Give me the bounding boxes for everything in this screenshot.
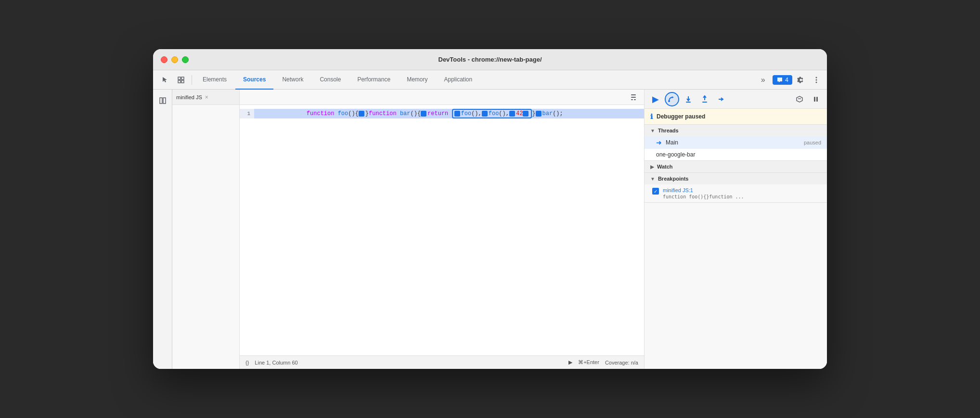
- statusbar-right: ▶ ⌘+Enter Coverage: n/a: [568, 359, 638, 366]
- tabs-right: » 4: [755, 72, 823, 88]
- breakpoint-code: function foo(){}function ...: [663, 194, 744, 199]
- breakpoint-file: minified JS:1: [663, 187, 744, 193]
- svg-rect-18: [816, 97, 818, 102]
- resume-btn[interactable]: ▶: [648, 92, 663, 106]
- breakpoints-header[interactable]: ▼ Breakpoints: [645, 173, 827, 184]
- inspect-icon[interactable]: [173, 72, 189, 88]
- debugger-toolbar: ▶: [645, 90, 827, 109]
- devtools-window: DevTools - chrome://new-tab-page/ Ele: [153, 49, 827, 369]
- close-button[interactable]: [161, 56, 168, 63]
- svg-rect-0: [178, 77, 181, 79]
- threads-section: ▼ Threads ➜ Main paused one-google-bar: [645, 125, 827, 161]
- breakpoints-triangle: ▼: [650, 176, 655, 182]
- info-icon: ℹ: [650, 113, 653, 120]
- svg-rect-9: [631, 99, 633, 100]
- svg-rect-2: [178, 80, 181, 83]
- tab-divider-1: [192, 75, 192, 85]
- breakpoints-label: Breakpoints: [658, 176, 689, 182]
- run-icon[interactable]: ▶: [568, 359, 572, 366]
- svg-rect-14: [686, 102, 691, 103]
- svg-rect-12: [631, 94, 636, 95]
- titlebar: DevTools - chrome://new-tab-page/: [153, 49, 827, 70]
- tab-application[interactable]: Application: [436, 70, 480, 90]
- watch-triangle: ▶: [650, 164, 654, 170]
- code-editor: 1 function foo(){}function bar(){return …: [240, 90, 644, 369]
- breakpoint-item-1: ✓ minified JS:1 function foo(){}function…: [645, 184, 827, 202]
- tabs-bar: Elements Sources Network Console Perform…: [153, 70, 827, 90]
- svg-point-5: [816, 79, 817, 80]
- blackbox-btn[interactable]: [792, 92, 807, 106]
- main-thread-item[interactable]: ➜ Main paused: [645, 136, 827, 149]
- watch-header[interactable]: ▶ Watch: [645, 161, 827, 172]
- run-label: ⌘+Enter: [578, 359, 599, 366]
- svg-rect-15: [702, 102, 707, 103]
- step-over-btn[interactable]: [665, 92, 679, 106]
- code-content: 1 function foo(){}function bar(){return …: [240, 105, 644, 355]
- code-line-1: 1 function foo(){}function bar(){return …: [240, 109, 644, 118]
- threads-header[interactable]: ▼ Threads: [645, 125, 827, 136]
- google-bar-thread-item[interactable]: one-google-bar: [645, 149, 827, 160]
- traffic-lights: [161, 56, 189, 63]
- threads-label: Threads: [658, 128, 679, 133]
- main-area: minified JS ×: [153, 90, 827, 369]
- file-tab[interactable]: minified JS ×: [176, 94, 208, 101]
- main-thread-status: paused: [804, 140, 821, 145]
- main-thread-label: Main: [666, 139, 678, 146]
- tab-console[interactable]: Console: [312, 70, 348, 90]
- svg-rect-11: [631, 97, 636, 98]
- step-btn[interactable]: [714, 92, 728, 106]
- file-panel: minified JS ×: [172, 90, 240, 369]
- svg-rect-8: [163, 98, 166, 104]
- breakpoint-info: minified JS:1 function foo(){}function .…: [663, 187, 744, 199]
- watch-label: Watch: [657, 164, 673, 170]
- format-icon[interactable]: {}: [245, 360, 249, 366]
- debugger-paused-banner: ℹ Debugger paused: [645, 109, 827, 125]
- maximize-button[interactable]: [182, 56, 189, 63]
- more-options-icon[interactable]: [810, 73, 823, 87]
- svg-rect-3: [181, 80, 184, 83]
- tab-performance[interactable]: Performance: [349, 70, 398, 90]
- breakpoint-checkbox[interactable]: ✓: [652, 188, 659, 195]
- devtools-body: Elements Sources Network Console Perform…: [153, 70, 827, 369]
- messages-badge[interactable]: 4: [773, 75, 792, 85]
- step-into-btn[interactable]: [681, 92, 696, 106]
- cursor-icon[interactable]: [157, 72, 172, 88]
- minimize-button[interactable]: [171, 56, 178, 63]
- svg-rect-10: [634, 99, 636, 100]
- thread-list: ➜ Main paused one-google-bar: [645, 136, 827, 160]
- svg-point-4: [816, 77, 817, 78]
- code-statusbar: {} Line 1, Column 60 ▶ ⌘+Enter Coverage:…: [240, 355, 644, 369]
- file-tab-close[interactable]: ×: [205, 94, 208, 101]
- more-tabs-icon[interactable]: »: [755, 72, 771, 88]
- threads-triangle: ▼: [650, 128, 655, 133]
- svg-rect-7: [160, 98, 162, 104]
- watch-section: ▶ Watch: [645, 161, 827, 173]
- google-bar-thread-label: one-google-bar: [656, 151, 695, 158]
- svg-rect-17: [814, 97, 815, 102]
- line-content-1: function foo(){}function bar(){return fo…: [254, 105, 644, 124]
- pretty-print-icon[interactable]: [627, 91, 640, 104]
- coverage-label: Coverage: n/a: [605, 360, 638, 366]
- window-title: DevTools - chrome://new-tab-page/: [438, 56, 542, 63]
- tab-elements[interactable]: Elements: [195, 70, 234, 90]
- code-header: [240, 90, 644, 105]
- file-tab-bar: minified JS ×: [172, 90, 239, 105]
- statusbar-left: {} Line 1, Column 60: [245, 360, 298, 366]
- settings-icon[interactable]: [794, 73, 808, 87]
- step-out-btn[interactable]: [697, 92, 712, 106]
- svg-point-6: [816, 81, 817, 83]
- file-tab-name: minified JS: [176, 94, 202, 100]
- line-number-1: 1: [240, 109, 254, 118]
- right-panel: ▶: [644, 90, 827, 369]
- pause-on-exception-btn[interactable]: [809, 92, 823, 106]
- tab-network[interactable]: Network: [274, 70, 311, 90]
- cursor-position: Line 1, Column 60: [255, 360, 297, 366]
- debugger-paused-text: Debugger paused: [657, 113, 705, 120]
- tab-memory[interactable]: Memory: [399, 70, 435, 90]
- svg-rect-1: [181, 77, 184, 79]
- breakpoints-section: ▼ Breakpoints ✓ minified JS:1 function f…: [645, 173, 827, 203]
- sidebar-left: [153, 90, 172, 369]
- panel-icon[interactable]: [155, 93, 170, 108]
- tab-sources[interactable]: Sources: [235, 70, 273, 90]
- thread-arrow-icon: ➜: [656, 139, 662, 146]
